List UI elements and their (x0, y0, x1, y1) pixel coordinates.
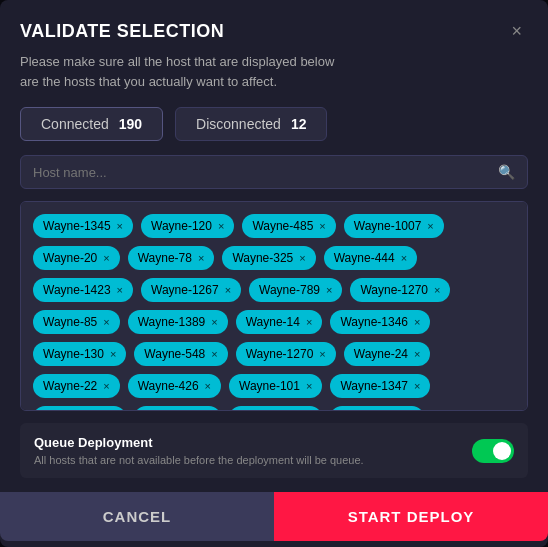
list-item: Wayne-789× (249, 278, 342, 302)
list-item: Wayne-85× (33, 310, 120, 334)
list-item: Wayne-395× (229, 406, 322, 411)
tag-remove-icon[interactable]: × (326, 284, 332, 296)
tag-remove-icon[interactable]: × (110, 348, 116, 360)
list-item: Wayne-325× (222, 246, 315, 270)
list-item: Wayne-1007× (344, 214, 444, 238)
tab-connected-label: Connected (41, 116, 109, 132)
list-item: Wayne-20× (33, 246, 120, 270)
queue-section: Queue Deployment All hosts that are not … (20, 423, 528, 478)
list-item: Wayne-1347× (330, 374, 430, 398)
tag-label: Wayne-24 (354, 347, 408, 361)
tag-remove-icon[interactable]: × (117, 220, 123, 232)
tag-label: Wayne-444 (334, 251, 395, 265)
tag-label: Wayne-1267 (151, 283, 219, 297)
tag-label: Wayne-85 (43, 315, 97, 329)
list-item: Wayne-485× (242, 214, 335, 238)
tag-remove-icon[interactable]: × (401, 252, 407, 264)
tag-label: Wayne-101 (239, 379, 300, 393)
tag-remove-icon[interactable]: × (299, 252, 305, 264)
tag-remove-icon[interactable]: × (414, 380, 420, 392)
tag-remove-icon[interactable]: × (319, 220, 325, 232)
modal-dialog: VALIDATE SELECTION × Please make sure al… (0, 0, 548, 547)
tab-disconnected-label: Disconnected (196, 116, 281, 132)
modal-subtitle: Please make sure all the host that are d… (20, 52, 528, 91)
modal-header: VALIDATE SELECTION × (20, 20, 528, 42)
tag-remove-icon[interactable]: × (218, 220, 224, 232)
tag-label: Wayne-426 (138, 379, 199, 393)
list-item: Wayne-90× (134, 406, 221, 411)
tag-remove-icon[interactable]: × (414, 316, 420, 328)
tag-label: Wayne-1345 (43, 219, 111, 233)
tag-label: Wayne-78 (138, 251, 192, 265)
tag-remove-icon[interactable]: × (414, 348, 420, 360)
list-item: Wayne-1345× (33, 214, 133, 238)
list-item: Wayne-548× (134, 342, 227, 366)
tag-remove-icon[interactable]: × (434, 284, 440, 296)
tag-label: Wayne-22 (43, 379, 97, 393)
list-item: Wayne-444× (324, 246, 417, 270)
list-item: Wayne-169× (33, 406, 126, 411)
tabs-row: Connected 190 Disconnected 12 (20, 107, 528, 141)
close-button[interactable]: × (505, 20, 528, 42)
tag-remove-icon[interactable]: × (427, 220, 433, 232)
list-item: Wayne-1270× (350, 278, 450, 302)
queue-text-block: Queue Deployment All hosts that are not … (34, 435, 364, 466)
list-item: Wayne-24× (344, 342, 431, 366)
list-item: Wayne-101× (229, 374, 322, 398)
tag-remove-icon[interactable]: × (319, 348, 325, 360)
tag-remove-icon[interactable]: × (205, 380, 211, 392)
tag-label: Wayne-1270 (360, 283, 428, 297)
tag-remove-icon[interactable]: × (225, 284, 231, 296)
tag-remove-icon[interactable]: × (103, 380, 109, 392)
tab-connected-count: 190 (119, 116, 142, 132)
tag-label: Wayne-20 (43, 251, 97, 265)
list-item: Wayne-300× (330, 406, 423, 411)
tab-disconnected[interactable]: Disconnected 12 (175, 107, 327, 141)
tag-label: Wayne-1347 (340, 379, 408, 393)
tag-label: Wayne-1270 (246, 347, 314, 361)
tag-remove-icon[interactable]: × (211, 348, 217, 360)
list-item: Wayne-130× (33, 342, 126, 366)
tag-remove-icon[interactable]: × (103, 316, 109, 328)
cancel-button[interactable]: CANCEL (0, 492, 274, 541)
tag-label: Wayne-548 (144, 347, 205, 361)
start-deploy-button[interactable]: START DEPLOY (274, 492, 548, 541)
tag-label: Wayne-14 (246, 315, 300, 329)
tag-remove-icon[interactable]: × (198, 252, 204, 264)
tag-remove-icon[interactable]: × (306, 316, 312, 328)
list-item: Wayne-14× (236, 310, 323, 334)
search-bar: 🔍 (20, 155, 528, 189)
list-item: Wayne-78× (128, 246, 215, 270)
tag-remove-icon[interactable]: × (211, 316, 217, 328)
list-item: Wayne-1267× (141, 278, 241, 302)
footer-buttons: CANCEL START DEPLOY (0, 492, 548, 541)
list-item: Wayne-1423× (33, 278, 133, 302)
tag-label: Wayne-1346 (340, 315, 408, 329)
tag-remove-icon[interactable]: × (117, 284, 123, 296)
list-item: Wayne-1270× (236, 342, 336, 366)
list-item: Wayne-426× (128, 374, 221, 398)
tag-label: Wayne-120 (151, 219, 212, 233)
tag-remove-icon[interactable]: × (103, 252, 109, 264)
tag-label: Wayne-789 (259, 283, 320, 297)
list-item: Wayne-22× (33, 374, 120, 398)
queue-toggle[interactable] (472, 439, 514, 463)
tags-area: Wayne-1345×Wayne-120×Wayne-485×Wayne-100… (20, 201, 528, 411)
list-item: Wayne-1346× (330, 310, 430, 334)
tag-remove-icon[interactable]: × (306, 380, 312, 392)
modal-title: VALIDATE SELECTION (20, 21, 224, 42)
tab-connected[interactable]: Connected 190 (20, 107, 163, 141)
search-icon: 🔍 (498, 164, 515, 180)
search-input[interactable] (33, 165, 498, 180)
tag-label: Wayne-1423 (43, 283, 111, 297)
queue-title: Queue Deployment (34, 435, 364, 450)
tag-label: Wayne-1007 (354, 219, 422, 233)
tag-label: Wayne-130 (43, 347, 104, 361)
list-item: Wayne-120× (141, 214, 234, 238)
tag-label: Wayne-325 (232, 251, 293, 265)
tag-label: Wayne-485 (252, 219, 313, 233)
modal-overlay: VALIDATE SELECTION × Please make sure al… (0, 0, 548, 547)
tag-label: Wayne-1389 (138, 315, 206, 329)
queue-description: All hosts that are not available before … (34, 454, 364, 466)
list-item: Wayne-1389× (128, 310, 228, 334)
